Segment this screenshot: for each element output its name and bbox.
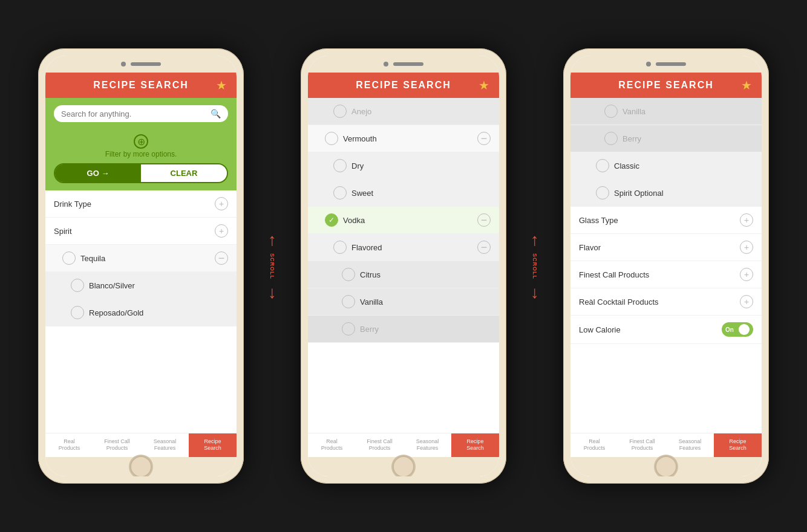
bottom-nav-3: RealProducts Finest CallProducts Seasona…	[570, 433, 762, 457]
plus-icon[interactable]: +	[215, 224, 228, 238]
item-label: Reàl Cocktail Products	[579, 297, 659, 307]
plus-icon[interactable]: +	[740, 213, 753, 227]
nav-real-products-1[interactable]: RealProducts	[45, 433, 93, 457]
arrow-down-1: ↓	[268, 283, 276, 302]
list-item[interactable]: Classic	[570, 152, 762, 180]
list-item[interactable]: Vermouth −	[308, 125, 499, 152]
radio-button-checked[interactable]: ✓	[325, 213, 338, 227]
nav-finest-call-3[interactable]: Finest CallProducts	[618, 433, 666, 457]
nav-finest-call-2[interactable]: Finest CallProducts	[356, 433, 404, 457]
list-item[interactable]: Reàl Cocktail Products +	[570, 288, 762, 316]
add-circle-1[interactable]: ⊕	[134, 134, 148, 149]
phone-bottom-1	[45, 457, 237, 476]
list-item[interactable]: Reposado/Gold	[45, 299, 237, 326]
search-input-1[interactable]	[61, 109, 206, 118]
nav-real-products-3[interactable]: RealProducts	[570, 433, 618, 457]
list-item[interactable]: Flavored −	[308, 234, 499, 261]
filter-area-1: ⊕ Filter by more options. GO → CLEAR	[45, 129, 237, 190]
list-item[interactable]: Spirit Optional	[570, 180, 762, 207]
go-button-1[interactable]: GO →	[55, 164, 141, 182]
list-item[interactable]: Berry	[570, 125, 762, 152]
radio-button[interactable]	[325, 132, 338, 145]
radio-button[interactable]	[604, 132, 618, 145]
radio-button[interactable]	[333, 186, 347, 199]
nav-seasonal-1[interactable]: SeasonalFeatures	[141, 433, 189, 457]
list-item[interactable]: Berry	[308, 316, 499, 343]
bottom-nav-1: RealProducts Finest CallProducts Seasona…	[45, 433, 237, 457]
radio-button[interactable]	[342, 295, 355, 308]
minus-icon[interactable]: −	[215, 251, 228, 265]
list-item[interactable]: Finest Call Products +	[570, 261, 762, 288]
home-button-3[interactable]	[655, 456, 677, 476]
filter-add-label-1: Filter by more options.	[105, 150, 177, 158]
nav-real-products-2[interactable]: RealProducts	[308, 433, 356, 457]
app-header-3: RECIPE SEARCH ★	[570, 73, 762, 98]
radio-button[interactable]	[333, 105, 347, 118]
radio-button[interactable]	[62, 251, 76, 265]
radio-button[interactable]	[342, 322, 355, 336]
radio-button[interactable]	[333, 159, 347, 172]
home-button-2[interactable]	[393, 456, 414, 476]
arrow-up-2: ↑	[531, 230, 539, 250]
header-star-1[interactable]: ★	[216, 78, 227, 92]
search-area-1: 🔍	[45, 98, 237, 129]
filter-add-1: ⊕ Filter by more options.	[105, 134, 177, 158]
list-item[interactable]: Drink Type +	[45, 190, 237, 218]
nav-seasonal-2[interactable]: SeasonalFeatures	[404, 433, 451, 457]
clear-button-1[interactable]: CLEAR	[141, 164, 227, 182]
item-label: Classic	[614, 161, 639, 170]
list-item[interactable]: Tequila −	[45, 245, 237, 272]
plus-icon[interactable]: +	[740, 295, 753, 308]
phone-3: RECIPE SEARCH ★ Vanilla Berry	[563, 48, 769, 484]
list-item[interactable]: Glass Type +	[570, 207, 762, 234]
item-label: Low Calorie	[579, 325, 621, 334]
radio-button[interactable]	[596, 159, 609, 172]
item-label: Flavored	[351, 243, 382, 252]
list-item[interactable]: Vanilla	[308, 288, 499, 316]
list-item[interactable]: Dry	[308, 152, 499, 180]
list-item[interactable]: Anejo	[308, 98, 499, 125]
nav-seasonal-3[interactable]: SeasonalFeatures	[666, 433, 714, 457]
plus-icon[interactable]: +	[740, 241, 753, 254]
list-item[interactable]: Flavor +	[570, 234, 762, 261]
toggle-on[interactable]: On	[722, 322, 753, 337]
minus-icon[interactable]: −	[477, 213, 491, 227]
list-item-low-calorie[interactable]: Low Calorie On	[570, 316, 762, 344]
header-title-3: RECIPE SEARCH	[618, 80, 714, 91]
phone-bottom-2	[308, 457, 499, 476]
header-star-2[interactable]: ★	[479, 78, 489, 92]
list-item[interactable]: Citrus	[308, 261, 499, 288]
plus-icon[interactable]: +	[740, 268, 753, 281]
list-item[interactable]: Blanco/Silver	[45, 272, 237, 299]
radio-button[interactable]	[71, 279, 84, 292]
item-label: Berry	[622, 134, 641, 143]
home-button-1[interactable]	[130, 456, 152, 476]
minus-icon[interactable]: −	[477, 241, 491, 254]
header-star-3[interactable]: ★	[741, 78, 752, 92]
nav-recipe-search-1[interactable]: RecipeSearch	[189, 433, 237, 457]
btn-row-1: GO → CLEAR	[54, 163, 228, 183]
nav-finest-call-1[interactable]: Finest CallProducts	[93, 433, 141, 457]
radio-button[interactable]	[71, 306, 84, 319]
nav-recipe-search-2[interactable]: RecipeSearch	[451, 433, 499, 457]
list-item[interactable]: ✓ Vodka −	[308, 207, 499, 234]
minus-icon[interactable]: −	[477, 132, 491, 145]
radio-button[interactable]	[342, 268, 355, 281]
list-item[interactable]: Spirit +	[45, 218, 237, 245]
radio-button[interactable]	[604, 105, 618, 118]
phone-2: RECIPE SEARCH ★ Anejo Vermouth	[301, 48, 506, 484]
plus-icon[interactable]: +	[215, 197, 228, 210]
nav-recipe-search-3[interactable]: RecipeSearch	[714, 433, 762, 457]
scroll-label-2: SCROLL	[532, 253, 538, 279]
item-label: Flavor	[579, 243, 601, 252]
search-icon-1[interactable]: 🔍	[211, 109, 221, 118]
radio-button[interactable]	[596, 186, 609, 199]
scene: RECIPE SEARCH ★ 🔍 ⊕ Filter by more optio…	[38, 48, 769, 484]
item-label: Dry	[351, 161, 364, 170]
radio-button[interactable]	[333, 241, 347, 254]
speaker-3	[656, 62, 686, 66]
header-title-2: RECIPE SEARCH	[356, 80, 451, 91]
list-item[interactable]: Sweet	[308, 180, 499, 207]
list-item[interactable]: Vanilla	[570, 98, 762, 125]
phone-top-3	[570, 56, 762, 73]
